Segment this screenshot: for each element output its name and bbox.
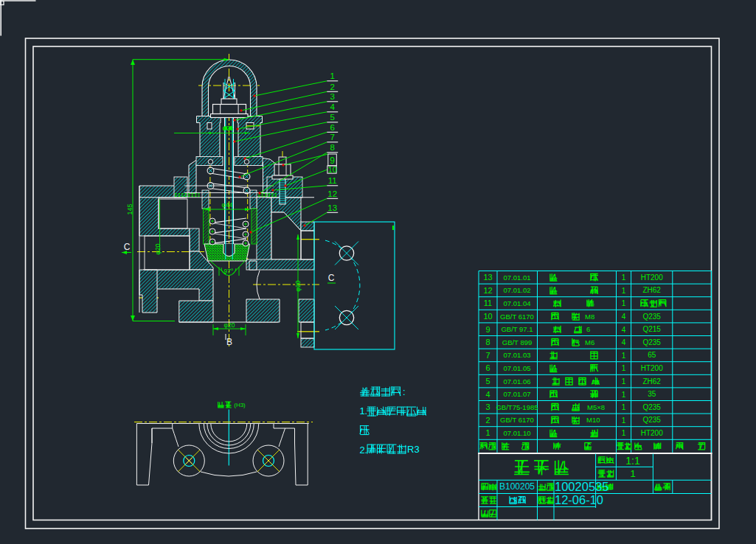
svg-text:Q235: Q235	[642, 338, 661, 346]
svg-text:2: 2	[485, 416, 490, 425]
svg-text:6: 6	[485, 363, 490, 372]
svg-text:ZH62: ZH62	[642, 286, 661, 294]
svg-text:12-06-10: 12-06-10	[555, 493, 603, 506]
svg-text:07.01.07: 07.01.07	[504, 390, 531, 398]
svg-text:M5×8: M5×8	[587, 403, 605, 411]
svg-text:12: 12	[327, 189, 337, 198]
svg-text:GB/T75-1985: GB/T75-1985	[496, 403, 538, 411]
svg-text:7: 7	[330, 133, 334, 142]
svg-text:12: 12	[483, 286, 492, 295]
svg-text:φ20: φ20	[154, 243, 162, 254]
svg-text:1: 1	[622, 273, 626, 282]
svg-text:8: 8	[485, 338, 490, 346]
svg-text:M10: M10	[586, 416, 600, 424]
svg-text:97°: 97°	[224, 268, 234, 275]
svg-text:Q215: Q215	[642, 325, 661, 333]
svg-text:1: 1	[622, 352, 626, 360]
svg-text:1: 1	[485, 428, 490, 437]
svg-text:5: 5	[330, 113, 334, 122]
svg-text:35: 35	[648, 390, 656, 398]
svg-text:φ20: φ20	[294, 280, 302, 291]
svg-text:5: 5	[485, 377, 490, 386]
svg-text:M8: M8	[585, 313, 594, 321]
svg-text:B: B	[226, 337, 232, 347]
svg-text:Q235: Q235	[642, 403, 661, 411]
svg-text:7: 7	[485, 351, 490, 360]
svg-text:10: 10	[328, 165, 337, 174]
svg-text:3: 3	[330, 92, 334, 101]
svg-text:1: 1	[622, 403, 626, 411]
svg-text:07.01.10: 07.01.10	[504, 429, 531, 437]
svg-text:ZH62: ZH62	[642, 377, 661, 386]
svg-text:2.: 2.	[359, 444, 367, 456]
svg-text:07.01.03: 07.01.03	[504, 351, 531, 359]
svg-text::: :	[403, 386, 406, 397]
svg-text:1: 1	[622, 429, 626, 437]
svg-text:1: 1	[622, 391, 626, 399]
svg-text:4: 4	[622, 338, 626, 346]
svg-text:07.01.04: 07.01.04	[504, 299, 531, 307]
svg-text:9: 9	[485, 325, 490, 334]
svg-text:GB/T 6170: GB/T 6170	[500, 313, 534, 321]
svg-text:6: 6	[586, 325, 590, 333]
svg-text:HT200: HT200	[641, 429, 663, 437]
svg-text:6: 6	[330, 123, 334, 132]
svg-text:4: 4	[485, 390, 490, 399]
svg-text:07.01.06: 07.01.06	[504, 377, 531, 386]
svg-text:1: 1	[622, 416, 626, 425]
svg-text:11: 11	[328, 176, 337, 185]
svg-text:13: 13	[327, 203, 337, 212]
svg-text:GB/T 6170: GB/T 6170	[500, 416, 534, 424]
svg-text:13: 13	[483, 273, 492, 282]
svg-text:2: 2	[330, 83, 334, 91]
svg-text:10: 10	[483, 312, 492, 321]
svg-text:R3: R3	[407, 444, 420, 455]
svg-text:1: 1	[330, 72, 334, 80]
svg-text:HT200: HT200	[641, 273, 663, 282]
svg-text:10020535: 10020535	[555, 480, 608, 493]
svg-text:4: 4	[330, 102, 335, 111]
svg-text:M6: M6	[585, 338, 594, 346]
svg-text:07.01.02: 07.01.02	[504, 286, 531, 294]
svg-text:65: 65	[648, 351, 656, 359]
svg-text:1:1: 1:1	[625, 455, 640, 467]
svg-text:HT200: HT200	[641, 364, 663, 372]
svg-text:1: 1	[622, 364, 626, 372]
svg-text:07.01.05: 07.01.05	[504, 364, 531, 372]
svg-text:07.01.01: 07.01.01	[504, 273, 531, 282]
svg-text:φ44: φ44	[222, 201, 233, 209]
svg-text:145: 145	[126, 203, 133, 215]
svg-text:GB/T 899: GB/T 899	[502, 338, 533, 346]
svg-text:(H3): (H3)	[234, 402, 246, 408]
svg-text:1: 1	[622, 377, 626, 386]
svg-text:C: C	[124, 242, 131, 252]
svg-text:Q235: Q235	[642, 416, 661, 424]
svg-text:Q235: Q235	[642, 313, 661, 321]
svg-text:4: 4	[622, 326, 626, 334]
svg-text:B100205: B100205	[499, 481, 535, 492]
svg-text:8: 8	[330, 143, 334, 152]
svg-text:1: 1	[622, 299, 626, 307]
svg-text:11: 11	[484, 299, 492, 307]
svg-text:C: C	[328, 273, 335, 283]
svg-text:1: 1	[630, 468, 635, 479]
svg-text:4: 4	[622, 313, 626, 321]
svg-text:φ20: φ20	[224, 321, 235, 329]
svg-text:1: 1	[622, 287, 626, 295]
svg-text:1.: 1.	[359, 405, 367, 416]
svg-text:GB/T 97.1: GB/T 97.1	[501, 325, 533, 333]
svg-text:9: 9	[330, 156, 335, 166]
svg-text:3: 3	[485, 402, 490, 411]
